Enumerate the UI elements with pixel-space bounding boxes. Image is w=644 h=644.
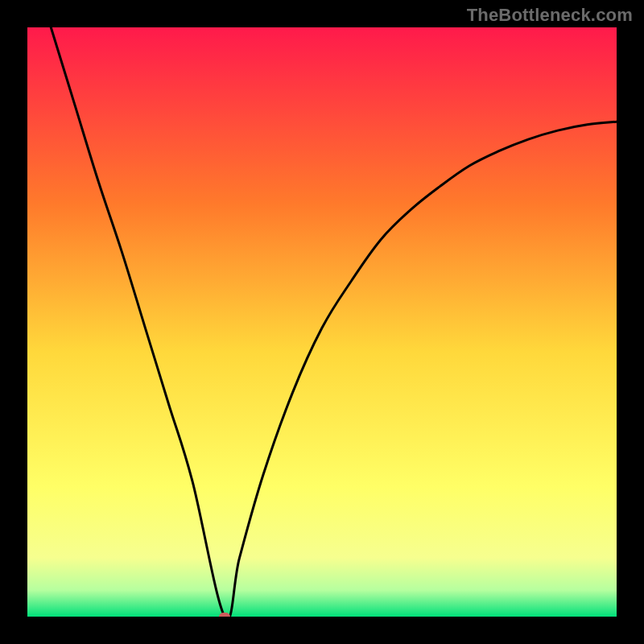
optimal-point-marker: [219, 613, 230, 617]
watermark-text: TheBottleneck.com: [467, 5, 633, 26]
chart-stage: TheBottleneck.com: [0, 0, 644, 644]
plot-area: [27, 27, 617, 617]
gradient-background: [27, 27, 617, 617]
curve-svg: [27, 27, 617, 617]
